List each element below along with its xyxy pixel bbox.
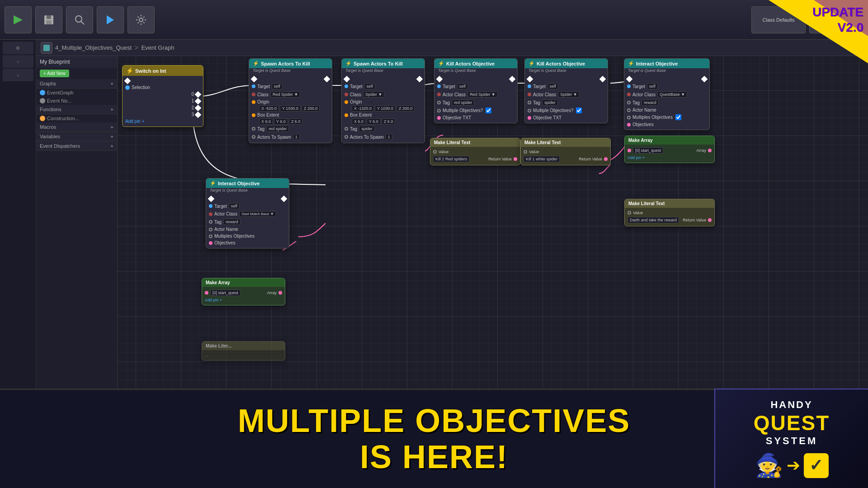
spawn2-box-extent: Box Extent bbox=[344, 112, 422, 118]
kill2-objective-txt: Objective TXT bbox=[528, 114, 605, 121]
breadcrumb-bar: 4_Multiple_Objectives_Quest > Event Grap… bbox=[36, 40, 868, 56]
kill-actors-1-header: ⚡ Kill Actors Objective bbox=[434, 59, 517, 68]
toolbar-settings-btn[interactable] bbox=[127, 6, 155, 33]
kill1-exec bbox=[437, 76, 514, 82]
interact-main-actor-class: Actor Class QuestBase ▼ bbox=[627, 90, 707, 99]
my-blueprint-title: My Blueprint bbox=[36, 56, 117, 68]
spawn-actors-2-node: ⚡ Spawn Actors To Kill Target is Quest B… bbox=[341, 58, 425, 143]
kill1-actor-class: Actor Class Red Spider ▼ bbox=[437, 90, 514, 99]
make-literal-small-node: Make Liter... ... bbox=[202, 341, 285, 361]
literal3-value: Value bbox=[627, 210, 712, 216]
panel-event-no[interactable]: Event No... bbox=[36, 97, 117, 105]
kill1-target: Target self bbox=[437, 82, 514, 90]
spawn1-class: Class Red Spider ▼ bbox=[252, 90, 329, 99]
update-line1: UPDATE bbox=[812, 5, 863, 20]
interact-objective-small-node: ⚡ Interact Objective Target is Quest Bas… bbox=[206, 178, 289, 249]
hqs-quest-label: QUEST bbox=[754, 413, 830, 433]
spawn1-origin: Origin bbox=[252, 99, 329, 105]
interact-main-tag: Tag reward bbox=[627, 99, 707, 107]
panel-event-dispatchers-header[interactable]: Event Dispatchers + bbox=[36, 141, 117, 151]
hqs-handy-label: HANDY bbox=[770, 399, 812, 411]
hqs-shield-icon: 🧙 bbox=[755, 452, 783, 479]
interact-objective-main-header: ⚡ Interact Objective bbox=[624, 59, 709, 68]
svg-marker-6 bbox=[107, 15, 114, 24]
panel-graphs-header[interactable]: Graphs + bbox=[36, 79, 117, 89]
panel-macros-header[interactable]: Macros + bbox=[36, 122, 117, 132]
array2-add-pin[interactable]: Add pin + bbox=[205, 297, 282, 303]
sidebar-icon-2[interactable]: ○ bbox=[3, 55, 33, 68]
update-badge: UPDATE V2.0 bbox=[769, 0, 868, 63]
banner-line2: IS HERE! bbox=[238, 439, 631, 475]
switch-on-int-header: ⚡ Switch on Int bbox=[123, 66, 203, 76]
make-array-2-header: Make Array bbox=[202, 278, 285, 287]
kill-actors-1-node: ⚡ Kill Actors Objective Target is Quest … bbox=[434, 58, 518, 123]
sidebar-icon-1[interactable]: ⚙ bbox=[3, 42, 33, 54]
array1-add-pin[interactable]: Add pin + bbox=[627, 155, 712, 161]
spawn2-target: Target self bbox=[344, 82, 422, 90]
spawn-actors-1-header: ⚡ Spawn Actors To Kill bbox=[249, 59, 332, 68]
interact-small-target: Target self bbox=[209, 202, 286, 210]
pin-selection: Selection bbox=[125, 84, 200, 91]
interact-main-objectives: Objectives bbox=[627, 121, 707, 128]
interact-small-actor-name: Actor Name bbox=[209, 226, 286, 233]
interact-small-actor-class: Actor Class Start Match Base ▼ bbox=[209, 210, 286, 218]
svg-rect-2 bbox=[47, 15, 51, 19]
update-line2: V2.0 bbox=[812, 20, 863, 35]
panel-variables-header[interactable]: Variables + bbox=[36, 132, 117, 141]
kill2-tag: Tag spider bbox=[528, 99, 605, 107]
spawn1-exec-in bbox=[252, 76, 329, 82]
hqs-logo: HANDY QUEST SYSTEM 🧙 ➔ ✓ bbox=[714, 389, 868, 488]
svg-point-7 bbox=[139, 18, 143, 22]
make-literal-1-header: Make Literal Text bbox=[430, 138, 520, 147]
breadcrumb-icon[interactable] bbox=[41, 42, 52, 54]
interact-main-exec bbox=[627, 76, 707, 82]
toolbar-compile-btn[interactable] bbox=[5, 6, 32, 33]
pin-3: 3 bbox=[125, 111, 200, 118]
panel-event-graph[interactable]: EventGraph bbox=[36, 89, 117, 97]
svg-rect-8 bbox=[43, 45, 50, 51]
pin-1: 1 bbox=[125, 98, 200, 104]
interact-main-multi-checkbox[interactable] bbox=[675, 114, 681, 120]
spawn2-class: Class Spider ▼ bbox=[344, 90, 422, 99]
svg-marker-0 bbox=[14, 15, 23, 24]
kill2-multiple-checkbox[interactable] bbox=[576, 108, 582, 113]
kill1-tag: Tag red spider bbox=[437, 99, 514, 107]
banner-line1: MULTIPLE OBJECTIVES bbox=[238, 403, 631, 439]
add-new-button[interactable]: + Add New bbox=[40, 70, 69, 77]
interact-small-tag: Tag reward bbox=[209, 218, 286, 226]
hqs-icons: 🧙 ➔ ✓ bbox=[755, 452, 829, 479]
spawn2-exec-in bbox=[344, 76, 422, 82]
pin-0: 0 bbox=[125, 91, 200, 98]
breadcrumb-project: 4_Multiple_Objectives_Quest bbox=[55, 44, 132, 51]
literal1-value: Value bbox=[433, 149, 517, 155]
pin-add[interactable]: Add pin + bbox=[125, 118, 200, 125]
spawn1-box-extent: Box Extent bbox=[252, 112, 329, 118]
interact-main-multiples: Multiples Objectives bbox=[627, 113, 707, 121]
make-literal-3-node: Make Literal Text Value Darth and take t… bbox=[624, 199, 715, 226]
make-literal-1-node: Make Literal Text Value Kill 2 Red spide… bbox=[430, 138, 520, 165]
panel-construction-script[interactable]: Construction... bbox=[36, 114, 117, 122]
array1-item0: [0] start_quest Array bbox=[627, 146, 712, 155]
interact-small-exec bbox=[209, 196, 286, 202]
svg-line-5 bbox=[81, 21, 84, 24]
toolbar-browse-btn[interactable] bbox=[66, 6, 93, 33]
top-toolbar: Class Defaults Class Settings bbox=[0, 0, 868, 40]
make-literal-small-header: Make Liter... bbox=[202, 342, 285, 350]
sidebar-icon-3[interactable]: ○ bbox=[3, 69, 33, 81]
kill2-target: Target self bbox=[528, 82, 605, 90]
toolbar-save-btn[interactable] bbox=[35, 6, 62, 33]
spawn-actors-2-header: ⚡ Spawn Actors To Kill bbox=[342, 59, 425, 68]
make-array-2-node: Make Array [0] start_quest Array Add pin… bbox=[202, 278, 285, 305]
pin-exec-in bbox=[125, 78, 200, 84]
kill1-multiple-checkbox[interactable] bbox=[486, 108, 491, 113]
kill1-multiple: Multiple Objectives? bbox=[437, 107, 514, 114]
make-literal-2-header: Make Literal Text bbox=[521, 138, 610, 147]
toolbar-play-btn[interactable] bbox=[97, 6, 124, 33]
update-badge-text: UPDATE V2.0 bbox=[812, 5, 863, 35]
spawn1-target: Target self bbox=[252, 82, 329, 90]
kill1-objective-txt: Objective TXT bbox=[437, 114, 514, 121]
hqs-system-label: SYSTEM bbox=[766, 435, 817, 447]
kill2-actor-class: Actor Class Spider ▼ bbox=[528, 90, 605, 99]
svg-rect-3 bbox=[46, 20, 52, 24]
panel-functions-header[interactable]: Functions + bbox=[36, 105, 117, 114]
